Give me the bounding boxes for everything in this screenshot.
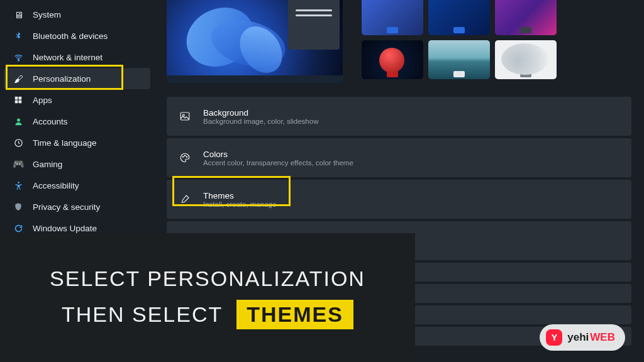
- sidebar-item-label: System: [33, 10, 61, 19]
- sidebar-item-label: Windows Update: [33, 224, 97, 233]
- sidebar-item-label: Network & internet: [33, 53, 103, 62]
- wifi-icon: [13, 53, 24, 62]
- system-icon: 🖥: [13, 9, 24, 20]
- sidebar-item-system[interactable]: 🖥 System: [0, 4, 154, 25]
- instruction-line-1: SELECT PERSONALIZATION: [50, 266, 365, 291]
- gaming-icon: 🎮: [13, 158, 24, 170]
- row-title: Colors: [203, 150, 353, 159]
- instruction-badge: THEMES: [236, 300, 353, 329]
- theme-thumb-purple[interactable]: [495, 0, 557, 35]
- svg-point-12: [186, 156, 187, 158]
- watermark-text-1: yehi: [567, 331, 589, 343]
- theme-thumb-light[interactable]: [495, 40, 557, 79]
- update-icon: [13, 224, 24, 233]
- sidebar-item-accounts[interactable]: Accounts: [0, 111, 154, 132]
- instruction-overlay: SELECT PERSONALIZATION THEN SELECT THEME…: [0, 233, 415, 362]
- preview-window-mock: [288, 0, 340, 50]
- sidebar-item-label: Apps: [33, 96, 52, 105]
- row-subtitle: Accent color, transparency effects, colo…: [203, 159, 353, 167]
- svg-point-5: [17, 118, 20, 121]
- row-title: Themes: [203, 191, 276, 200]
- svg-rect-1: [15, 97, 18, 100]
- desktop-preview: [167, 0, 343, 83]
- palette-icon: [178, 152, 192, 163]
- sidebar-item-label: Personalization: [33, 74, 91, 84]
- apps-icon: [13, 96, 24, 104]
- sidebar-item-personalization[interactable]: 🖌 Personalization: [4, 68, 150, 89]
- sidebar-item-label: Gaming: [33, 160, 62, 169]
- instruction-line-2: THEN SELECT THEMES: [62, 300, 353, 329]
- bloom-graphic: [173, 3, 305, 78]
- person-icon: [13, 117, 24, 126]
- sidebar-item-label: Time & language: [33, 138, 97, 148]
- svg-point-7: [18, 182, 19, 184]
- image-icon: [178, 111, 192, 122]
- svg-point-0: [18, 60, 19, 61]
- sidebar-item-apps[interactable]: Apps: [0, 89, 154, 111]
- svg-rect-3: [15, 101, 18, 104]
- sidebar-item-privacy[interactable]: Privacy & security: [0, 196, 154, 217]
- svg-point-10: [182, 156, 184, 158]
- svg-rect-2: [19, 97, 22, 100]
- svg-rect-4: [19, 101, 22, 104]
- row-subtitle: Install, create, manage: [203, 200, 276, 208]
- watermark: Y yehiWEB: [540, 324, 625, 351]
- brush-icon: 🖌: [13, 74, 24, 84]
- row-themes[interactable]: Themes Install, create, manage: [167, 180, 631, 219]
- svg-point-11: [184, 155, 186, 156]
- sidebar-item-accessibility[interactable]: Accessibility: [0, 175, 154, 196]
- sidebar-item-label: Bluetooth & devices: [33, 31, 108, 41]
- theme-thumb-red-orb[interactable]: [362, 40, 423, 79]
- sidebar-item-label: Accounts: [33, 117, 68, 126]
- row-colors[interactable]: Colors Accent color, transparency effect…: [167, 138, 631, 177]
- instruction-line-2-pre: THEN SELECT: [62, 302, 223, 327]
- bluetooth-icon: [13, 31, 24, 40]
- row-subtitle: Background image, color, slideshow: [203, 118, 318, 125]
- watermark-text: yehiWEB: [567, 331, 615, 344]
- watermark-logo: Y: [546, 329, 562, 346]
- clock-icon: [13, 138, 24, 148]
- theme-thumb-bloom-blue[interactable]: [362, 0, 423, 35]
- theme-thumbnails: [362, 0, 557, 79]
- sidebar-item-label: Privacy & security: [33, 202, 100, 212]
- watermark-text-2: WEB: [590, 331, 615, 343]
- preview-taskbar: [167, 75, 343, 83]
- sidebar-item-network[interactable]: Network & internet: [0, 47, 154, 68]
- shield-icon: [13, 202, 24, 211]
- sidebar-item-bluetooth[interactable]: Bluetooth & devices: [0, 25, 154, 47]
- sidebar-item-label: Accessibility: [33, 181, 79, 190]
- desktop-preview-row: [167, 0, 631, 83]
- accessibility-icon: [13, 181, 24, 190]
- sidebar-item-time[interactable]: Time & language: [0, 132, 154, 153]
- settings-window: 🖥 System Bluetooth & devices Network & i…: [0, 0, 644, 362]
- theme-thumb-landscape[interactable]: [428, 40, 490, 79]
- brush-icon: [178, 194, 192, 205]
- theme-thumb-dark-blue[interactable]: [428, 0, 490, 35]
- svg-rect-8: [180, 112, 189, 120]
- row-background[interactable]: Background Background image, color, slid…: [167, 97, 631, 136]
- row-title: Background: [203, 108, 318, 118]
- sidebar-item-gaming[interactable]: 🎮 Gaming: [0, 153, 154, 175]
